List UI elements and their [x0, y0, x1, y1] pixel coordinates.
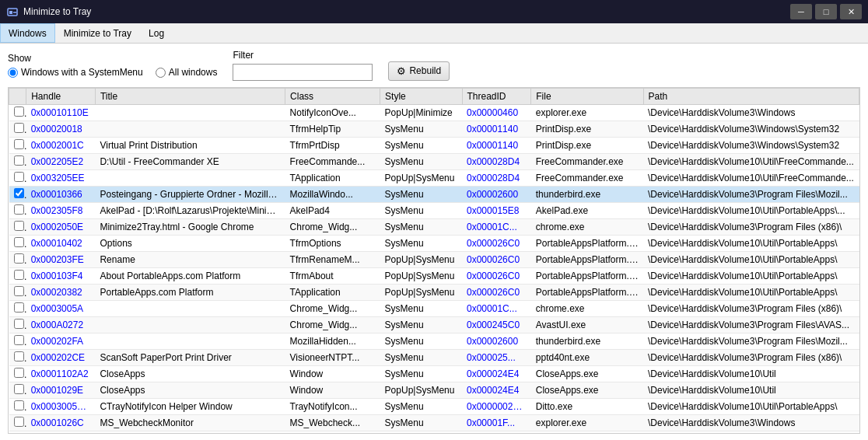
row-checkbox-cell: [9, 154, 26, 170]
row-class: #32770: [285, 431, 380, 435]
row-thread: 0x000026C0: [462, 268, 531, 285]
table-row[interactable]: 0x002205E2D:\Util - FreeCommander XEFree…: [9, 154, 859, 170]
radio-systemmenu-input[interactable]: [8, 68, 18, 78]
row-checkbox[interactable]: [14, 400, 24, 410]
table-row[interactable]: 0x000202CEScanSoft PaperPort Print Drive…: [9, 350, 859, 366]
row-thread: 0x00002600: [462, 333, 531, 350]
table-row[interactable]: 0x0002050EMinimize2Tray.html - Google Ch…: [9, 219, 859, 236]
row-file: AkelPad.exe: [531, 203, 643, 219]
row-checkbox[interactable]: [14, 286, 24, 296]
row-title: [95, 333, 285, 350]
row-file: AvastUI.exe: [531, 317, 643, 333]
row-title: About PortableApps.com Platform: [95, 268, 285, 285]
row-checkbox[interactable]: [14, 270, 24, 280]
table-row[interactable]: 0x000202FAMozillaHidden...SysMenu0x00002…: [9, 333, 859, 350]
col-handle: Handle: [26, 89, 96, 105]
table-row[interactable]: 0x000103F4About PortableApps.com Platfor…: [9, 268, 859, 285]
row-checkbox[interactable]: [14, 417, 24, 427]
row-checkbox[interactable]: [14, 433, 24, 434]
row-handle: 0x00010366: [26, 187, 96, 203]
row-checkbox[interactable]: [14, 319, 24, 329]
row-path: \Device\HarddiskVolume10\Util\PortableAp…: [643, 203, 859, 219]
row-checkbox[interactable]: [14, 351, 24, 361]
table-row[interactable]: 0x000100C8HotKey Listener#32770PopUp|Sys…: [9, 431, 859, 435]
table-row[interactable]: 0x00030050E5CTrayNotifyIcon Helper Windo…: [9, 399, 859, 415]
row-checkbox[interactable]: [14, 107, 24, 117]
row-thread: 0x00002600: [462, 187, 531, 203]
row-path: \Device\HarddiskVolume10\Util\PortableAp…: [643, 236, 859, 252]
row-checkbox-cell: [9, 121, 26, 138]
radio-allwindows-input[interactable]: [156, 68, 166, 78]
row-style: PopUp|SysMenu: [380, 382, 462, 399]
row-style: SysMenu: [380, 366, 462, 382]
table-row[interactable]: 0x000A0272Chrome_Widg...SysMenu0x000245C…: [9, 317, 859, 333]
table-row[interactable]: 0x002305F8AkelPad - [D:\Rolf\Lazarus\Pro…: [9, 203, 859, 219]
row-checkbox[interactable]: [14, 221, 24, 231]
menu-minimize-to-tray[interactable]: Minimize to Tray: [55, 23, 140, 43]
row-checkbox-cell: [9, 252, 26, 268]
menu-windows[interactable]: Windows: [0, 23, 55, 43]
row-thread: 0x00001C...: [462, 219, 531, 236]
menu-log[interactable]: Log: [140, 23, 173, 43]
filter-label: Filter: [233, 50, 373, 61]
row-checkbox[interactable]: [14, 302, 24, 313]
row-checkbox-cell: [9, 317, 26, 333]
row-checkbox[interactable]: [14, 155, 24, 166]
row-title: Rename: [95, 252, 285, 268]
maximize-button[interactable]: □: [815, 4, 837, 19]
row-checkbox[interactable]: [14, 204, 24, 215]
table-row[interactable]: 0x00020382PortableApps.com PlatformTAppl…: [9, 285, 859, 301]
table-row[interactable]: 0x003205EETApplicationPopUp|SysMenu0x000…: [9, 170, 859, 187]
filter-group: Filter: [233, 50, 373, 81]
row-checkbox[interactable]: [14, 123, 24, 133]
row-class: TfrmAbout: [285, 268, 380, 285]
row-title: [95, 121, 285, 138]
row-title: [95, 301, 285, 317]
row-checkbox[interactable]: [14, 139, 24, 149]
filter-input[interactable]: [233, 64, 373, 81]
table-row[interactable]: 0x0001102A2CloseAppsWindowSysMenu0x00002…: [9, 366, 859, 382]
table-row[interactable]: 0x0001029ECloseAppsWindowPopUp|SysMenu0x…: [9, 382, 859, 399]
row-style: SysMenu: [380, 187, 462, 203]
row-checkbox-cell: [9, 301, 26, 317]
row-checkbox[interactable]: [14, 237, 24, 247]
row-class: Chrome_Widg...: [285, 219, 380, 236]
row-title: [95, 317, 285, 333]
row-class: Chrome_Widg...: [285, 317, 380, 333]
row-checkbox[interactable]: [14, 172, 24, 182]
row-style: SysMenu: [380, 138, 462, 154]
row-thread: 0x000028D4: [462, 154, 531, 170]
row-style: PopUp|SysMenu: [380, 170, 462, 187]
row-class: TfrmPrtDisp: [285, 138, 380, 154]
row-thread: 0x000028D4: [462, 170, 531, 187]
radio-allwindows[interactable]: All windows: [156, 67, 218, 78]
table-row[interactable]: 0x00010110ENotifyIconOve...PopUp|Minimiz…: [9, 105, 859, 121]
radio-systemmenu[interactable]: Windows with a SystemMenu: [8, 67, 143, 78]
table-container[interactable]: Handle Title Class Style ThreadID File P…: [8, 87, 860, 434]
window-title: Minimize to Tray: [23, 6, 91, 17]
row-checkbox[interactable]: [14, 253, 24, 264]
table-row[interactable]: 0x0003005AChrome_Widg...SysMenu0x00001C.…: [9, 301, 859, 317]
rebuild-button[interactable]: ⚙ Rebuild: [388, 61, 450, 81]
row-file: explorer.exe: [531, 415, 643, 431]
row-file: chrome.exe: [531, 219, 643, 236]
row-thread: 0x000245C0: [462, 317, 531, 333]
row-checkbox-cell: [9, 219, 26, 236]
row-handle: 0x000202CE: [26, 350, 96, 366]
minimize-button[interactable]: ─: [790, 4, 812, 19]
row-handle: 0x000202FA: [26, 333, 96, 350]
close-button[interactable]: ✕: [840, 4, 862, 19]
row-checkbox[interactable]: [14, 368, 24, 378]
table-row[interactable]: 0x00020018TfrmHelpTipSysMenu0x00001140Pr…: [9, 121, 859, 138]
table-row[interactable]: 0x0001026CMS_WebcheckMonitorMS_Webcheck.…: [9, 415, 859, 431]
row-checkbox[interactable]: [14, 188, 24, 198]
row-thread: 0x00001140: [462, 121, 531, 138]
table-row[interactable]: 0x00010402OptionsTfrmOptionsSysMenu0x000…: [9, 236, 859, 252]
row-style: SysMenu: [380, 317, 462, 333]
row-checkbox[interactable]: [14, 335, 24, 345]
row-checkbox-cell: [9, 203, 26, 219]
table-row[interactable]: 0x0002001CVirtual Print DistributionTfrm…: [9, 138, 859, 154]
row-checkbox[interactable]: [14, 384, 24, 394]
table-row[interactable]: 0x000203FERenameTfrmRenameM...PopUp|SysM…: [9, 252, 859, 268]
table-row[interactable]: 0x00010366Posteingang - Gruppierte Ordne…: [9, 187, 859, 203]
